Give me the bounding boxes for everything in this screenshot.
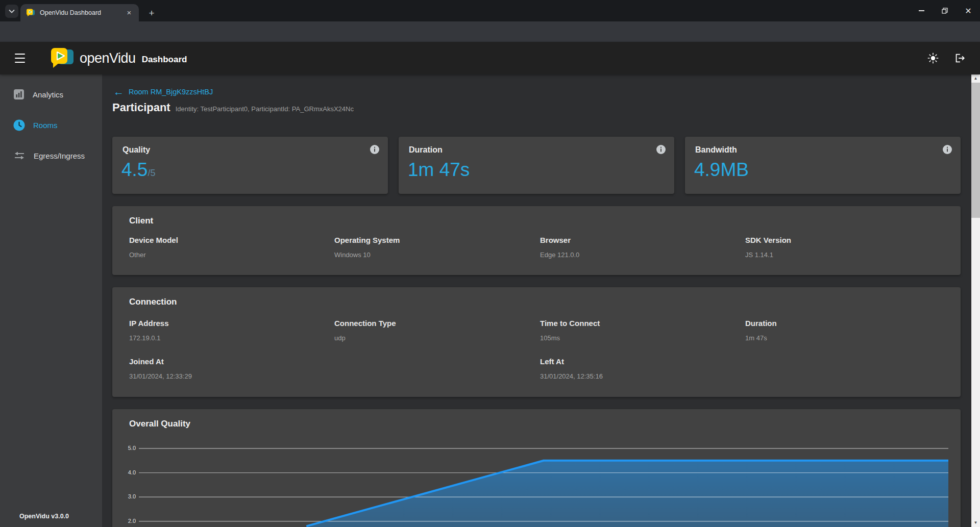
stat-value: 1m 47s [408, 159, 470, 180]
field-label: Connection Type [334, 319, 528, 328]
back-arrow-icon: ← [113, 87, 124, 97]
sidebar-item-label: Rooms [33, 121, 58, 130]
field-value: JS 1.14.1 [745, 251, 939, 259]
connection-card: Connection IP Address 172.19.0.1 Connect… [112, 287, 961, 397]
field-left-at: Left At 31/01/2024, 12:35:16 [540, 357, 734, 380]
window-minimize-button[interactable] [910, 0, 933, 21]
sidebar-item-label: Analytics [33, 90, 63, 99]
info-icon[interactable] [370, 144, 380, 155]
y-tick-label: 4.0 [119, 469, 136, 475]
client-card-title: Client [129, 216, 153, 226]
stat-card-duration: Duration 1m 47s [399, 137, 674, 194]
brand-name: openVidu [80, 51, 136, 66]
field-operating-system: Operating System Windows 10 [334, 236, 528, 259]
field-value: udp [334, 334, 528, 342]
restore-icon [942, 8, 948, 14]
overall-quality-card: Overall Quality 5.0 4.0 3.0 2.0 [112, 409, 961, 527]
field-duration: Duration 1m 47s [745, 319, 939, 342]
chevron-down-icon [9, 9, 15, 13]
field-label: Joined At [129, 357, 323, 366]
client-card: Client Device Model Other Operating Syst… [112, 206, 961, 275]
browser-toolbar: ← → ⌂ localhost:4200/rooms/RM_BjgK9zzsHt… [0, 21, 980, 42]
openvidu-favicon [27, 9, 35, 17]
scrollbar-thumb[interactable] [971, 83, 980, 218]
quality-chart [139, 439, 948, 527]
new-tab-button[interactable]: + [145, 7, 158, 20]
field-label: Browser [540, 236, 734, 244]
info-icon[interactable] [656, 144, 666, 155]
field-value: 172.19.0.1 [129, 334, 323, 342]
connection-card-title: Connection [129, 297, 177, 307]
field-value: 105ms [540, 334, 734, 342]
scrollbar-down-arrow[interactable]: ▼ [971, 519, 980, 527]
y-tick-label: 5.0 [119, 445, 136, 451]
stat-card-bandwidth: Bandwidth 4.9MB [685, 137, 961, 194]
sidebar-item-rooms[interactable]: Rooms [0, 111, 102, 139]
tab-title: OpenVidu Dashboard [40, 9, 125, 16]
field-value: 1m 47s [745, 334, 939, 342]
stat-value: 4.5 [121, 159, 148, 180]
window-restore-button[interactable] [933, 0, 957, 21]
field-label: Operating System [334, 236, 528, 244]
page-scrollbar[interactable]: ▲ ▼ [971, 74, 980, 527]
y-tick-label: 2.0 [119, 518, 136, 524]
menu-toggle-button[interactable] [13, 53, 27, 63]
page-subtitle: Identity: TestParticipant0, ParticipantI… [176, 105, 354, 113]
stat-title: Bandwidth [695, 145, 737, 155]
field-joined-at: Joined At 31/01/2024, 12:33:29 [129, 357, 323, 380]
info-icon[interactable] [942, 144, 952, 155]
theme-toggle-button[interactable] [926, 51, 940, 65]
field-label: Device Model [129, 236, 323, 244]
sidebar: Analytics Rooms Egress/Ingress OpenVidu … [0, 74, 102, 527]
field-value: 31/01/2024, 12:35:16 [540, 372, 734, 380]
app-header: openVidu Dashboard [0, 42, 980, 74]
app-version: OpenVidu v3.0.0 [19, 513, 69, 520]
chart-title: Overall Quality [129, 419, 190, 429]
sidebar-item-analytics[interactable]: Analytics [0, 81, 102, 108]
stat-title: Quality [122, 145, 150, 155]
window-close-button[interactable]: ✕ [957, 0, 980, 21]
main-content: ← Room RM_BjgK9zzsHtBJ Participant Ident… [102, 74, 971, 527]
logout-button[interactable] [952, 51, 967, 65]
stat-value: 4.9MB [694, 159, 749, 180]
scrollbar-up-arrow[interactable]: ▲ [971, 74, 980, 83]
y-tick-label: 3.0 [119, 493, 136, 499]
sidebar-item-egress-ingress[interactable]: Egress/Ingress [0, 142, 102, 169]
rooms-icon [13, 119, 25, 131]
sidebar-item-label: Egress/Ingress [34, 152, 85, 160]
analytics-icon [13, 89, 24, 100]
sun-icon [927, 53, 939, 64]
field-label: Duration [745, 319, 939, 328]
egress-ingress-icon [13, 151, 26, 160]
field-connection-type: Connection Type udp [334, 319, 528, 342]
field-sdk-version: SDK Version JS 1.14.1 [745, 236, 939, 259]
field-value: Edge 121.0.0 [540, 251, 734, 259]
back-to-room-link[interactable]: ← Room RM_BjgK9zzsHtBJ [113, 87, 213, 97]
field-time-to-connect: Time to Connect 105ms [540, 319, 734, 342]
stat-title: Duration [409, 145, 443, 155]
logout-icon [954, 53, 965, 64]
field-label: Left At [540, 357, 734, 366]
window-controls: ✕ [910, 0, 980, 21]
browser-tab-strip: OpenVidu Dashboard × + ✕ [0, 0, 980, 21]
field-device-model: Device Model Other [129, 236, 323, 259]
page-title: Participant [112, 101, 170, 114]
minimize-icon [919, 10, 924, 11]
openvidu-logo [50, 47, 75, 69]
tab-search-button[interactable] [5, 5, 18, 18]
field-label: Time to Connect [540, 319, 734, 328]
stat-card-quality: Quality 4.5/5 [112, 137, 388, 194]
field-value: Other [129, 251, 323, 259]
app-name: Dashboard [142, 55, 187, 65]
back-link-label: Room RM_BjgK9zzsHtBJ [129, 88, 213, 96]
browser-tab[interactable]: OpenVidu Dashboard × [20, 4, 139, 21]
field-value: 31/01/2024, 12:33:29 [129, 372, 323, 380]
tab-close-icon[interactable]: × [125, 8, 134, 17]
stat-suffix: /5 [148, 168, 155, 178]
field-label: IP Address [129, 319, 323, 328]
field-ip-address: IP Address 172.19.0.1 [129, 319, 323, 342]
field-browser: Browser Edge 121.0.0 [540, 236, 734, 259]
field-label: SDK Version [745, 236, 939, 244]
field-value: Windows 10 [334, 251, 528, 259]
